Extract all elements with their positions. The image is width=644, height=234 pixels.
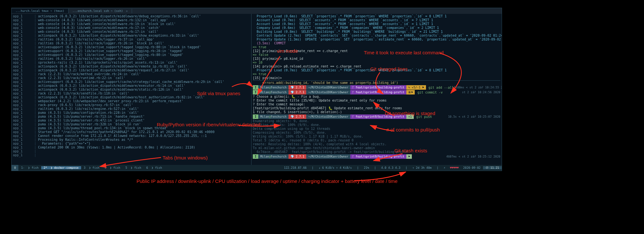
log-line: => false bbox=[253, 53, 500, 57]
log-line: Property Update (1.3ms) UPDATE `properti… bbox=[253, 38, 500, 41]
cpu-usage: 21% bbox=[361, 166, 372, 169]
network-speed: ↓ 6 KiB/s ↑ 4 KiB/s bbox=[316, 166, 355, 169]
load-average: 4.0 4.3 4.3 bbox=[379, 166, 403, 169]
tmux-window[interactable]: 5 ❯ fish bbox=[123, 166, 144, 169]
tmux-window[interactable]: 1- ❯ fish bbox=[18, 166, 41, 169]
session-number[interactable]: 0 bbox=[12, 165, 18, 171]
shell-prompt[interactable]: I Milan@Fenchurch 💎 2.7.1 ~/M/ChintaiDXK… bbox=[253, 85, 500, 90]
log-line: Building Load (0.8ms) SELECT `buildings`… bbox=[253, 30, 500, 34]
shell-prompt[interactable]: I Milan@Fenchurch 💎 2.7.1 ~/M/ChintaiDXK… bbox=[253, 154, 500, 159]
git-branch: ᚶ feat/sprint9/building-profit bbox=[350, 154, 406, 159]
log-line: [13] pry(main)> p8.kind_id bbox=[253, 57, 500, 61]
terminal-tab-1[interactable]: ...enchurch.local ssh ~ (ssh) + bbox=[69, 9, 132, 13]
time: ⏱ 11.21 bbox=[483, 166, 502, 169]
terminal-tab-0[interactable]: ...hurch.local tmux ~ (tmux) bbox=[12, 9, 69, 13]
user-host: Milan@Fenchurch bbox=[258, 114, 288, 119]
cwd-path: ~/M/ChintaiDXKanriOwner bbox=[306, 90, 350, 94]
uptime: ↑ 2d 3h 40m bbox=[410, 166, 434, 169]
log-line: ? Enter the commit message: bbox=[253, 103, 500, 106]
log-line: Delta compression using up to 12 threads bbox=[253, 127, 500, 131]
tmux-window[interactable]: 4 ❯ fish bbox=[102, 166, 123, 169]
tmux-status-bar: 0 1- ❯ fish2* ❯ docker-compose3 ❯ fish4 … bbox=[12, 165, 502, 171]
log-line: app_1 | bbox=[13, 153, 250, 157]
log-line: app_1 | actionpack (6.0.3.2) lib/action_… bbox=[13, 68, 250, 72]
git-branch: ᚶ feat/sprint9/building-profit bbox=[350, 90, 406, 94]
tab-label: ...hurch.local tmux ~ (tmux) bbox=[15, 9, 64, 13]
log-line: Property Load (0.6ms) SELECT `properties… bbox=[253, 14, 500, 18]
title-bar: ...hurch.local tmux ~ (tmux) ...enchurch… bbox=[12, 8, 502, 14]
shell-prompt[interactable]: I Milan@Fenchurch 💎 2.7.1 ~/M/ChintaiDXK… bbox=[253, 114, 500, 119]
log-line: app_1 | puma (4.3.5) lib/puma/server.rb:… bbox=[13, 115, 250, 119]
user-host: Milan@Fenchurch bbox=[258, 154, 288, 159]
log-line: app_1 | web-console (4.0.3) lib/web_cons… bbox=[13, 18, 250, 22]
status-right: 122.218.87.66 | ↓ 6 KiB/s ↑ 4 KiB/s | 21… bbox=[281, 166, 502, 169]
close-icon[interactable]: + bbox=[126, 9, 128, 13]
log-line: app_1 | Completed 200 OK in 30ms (Views:… bbox=[13, 146, 250, 149]
log-line: app_1 | activesupport (6.0.3.2) lib/acti… bbox=[13, 49, 250, 53]
log-line: => 10 bbox=[253, 61, 500, 65]
log-line: app_1 | activesupport (6.0.3.2) lib/acti… bbox=[13, 45, 250, 49]
git-branch: ᚶ feat/sprint9/building-profit bbox=[350, 85, 406, 90]
pane-left[interactable]: app_1 | actionpack (6.0.3.2) lib/action_… bbox=[12, 14, 251, 165]
log-line: app_1 | actionpack (6.0.3.2) lib/action_… bbox=[13, 14, 250, 18]
tmux-window[interactable]: 2* ❯ docker-compose bbox=[41, 166, 81, 169]
log-line: app_1 | actionpack (6.0.3.2) lib/action_… bbox=[13, 88, 250, 92]
prompt-command: git push bbox=[416, 115, 432, 119]
log-line: app_1 | web-console (4.0.3) lib/web_cons… bbox=[13, 22, 250, 26]
shell-prompt[interactable]: I Milan@Fenchurch 💎 2.7.1 ~/M/ChintaiDXK… bbox=[253, 90, 500, 94]
prompt-timing: st 2 zář 10:24:56 2020 bbox=[462, 91, 500, 94]
date: 2020-09-02 bbox=[460, 166, 483, 169]
log-line: app_1 | bbox=[13, 149, 250, 153]
log-line bbox=[253, 80, 500, 81]
log-line: [12] pry(main)> p8.estimate_rent == c.ch… bbox=[253, 49, 500, 53]
vim-mode-indicator: I bbox=[253, 154, 258, 159]
log-line: Total 5 (delta 4), reused 0 (delta 0), p… bbox=[253, 139, 500, 142]
log-line: => true bbox=[253, 45, 500, 49]
cwd-path: ~/M/ChintaiDXKanriOwner bbox=[306, 85, 350, 90]
log-line: app_1 | railties (6.0.3.2) lib/rails/rac… bbox=[13, 38, 250, 41]
log-line: remote: Resolving deltas: 100% (4/4), co… bbox=[253, 142, 500, 146]
log-line: app_1 | Parameters: {"path"=>"•"} bbox=[13, 142, 250, 146]
log-line: app_1 | Started GET "/rails/info/routes?… bbox=[13, 130, 250, 134]
log-line: app_1 | actionpack (6.0.3.2) lib/action_… bbox=[13, 34, 250, 38]
cwd-path: ~/M/ChintaiDXKanriOwner bbox=[306, 154, 350, 159]
annotation-bottom: Public IP address / downlink-uplink / CP… bbox=[137, 178, 398, 184]
log-line: Account Load (0.7ms) SELECT `accounts`.*… bbox=[253, 18, 500, 22]
log-line: Account Load (0.9ms) SELECT `accounts`.*… bbox=[253, 22, 500, 26]
log-line: app_1 | webpacker (4.2.2) lib/webpacker/… bbox=[13, 99, 250, 103]
log-line: app_1 | Processing by Rails::InfoControl… bbox=[13, 138, 250, 142]
log-line: app_1 | rack (2.2.3) lib/rack/method_ove… bbox=[13, 72, 250, 76]
log-line: Counting objects: 100% (9/9), done. bbox=[253, 123, 500, 127]
log-line: Enumerating objects: 9, done. bbox=[253, 119, 500, 123]
log-line: errors.add(:building_id, 'should be the … bbox=[253, 81, 500, 85]
log-line: ? Enter the commit title [35/48]: Update… bbox=[253, 99, 500, 103]
log-line: app_1 | puma (4.3.5) lib/puma/thread_poo… bbox=[13, 126, 250, 130]
vim-mode-indicator: I bbox=[253, 85, 258, 90]
log-line: app_1 | web-console (4.0.3) lib/web_cons… bbox=[13, 30, 250, 34]
prompt-command: git commit -v bbox=[417, 91, 442, 94]
log-line: [feat/sprint9/building-profit d845467] 🐛… bbox=[253, 106, 500, 110]
log-line: Writing objects: 100% (5/5), 1.17 KiB | … bbox=[253, 135, 500, 139]
ruby-version: 💎 2.7.1 bbox=[289, 85, 307, 90]
ruby-version: 💎 2.7.1 bbox=[289, 90, 307, 94]
prompt-timing: 10.5s < st 2 zář 10:25:07 2020 bbox=[448, 115, 500, 118]
log-line: [14] pry(main)> p8.reload.estimate_rent … bbox=[253, 65, 500, 68]
prompt-timing: 4607ms < st 2 zář 10:25:12 2020 bbox=[446, 155, 500, 158]
ruby-version: 💎 2.7.1 bbox=[289, 114, 307, 119]
ruby-version: 💎 2.7.1 bbox=[289, 154, 307, 159]
ip-address: 122.218.87.66 bbox=[281, 166, 309, 169]
log-line: app_1 | actionpack (6.0.3.2) lib/action_… bbox=[13, 95, 250, 99]
log-line: Contract Update (2.7ms) UPDATE `contract… bbox=[253, 34, 500, 38]
tmux-window[interactable]: 6 ❯ fish bbox=[144, 166, 165, 169]
log-line: app_1 | web-console (4.0.3) lib/web_cons… bbox=[13, 26, 250, 30]
log-line: 1 file changed, 5 insertions(+), 1 delet… bbox=[253, 110, 500, 114]
panes: app_1 | actionpack (6.0.3.2) lib/action_… bbox=[12, 14, 502, 165]
vim-mode-indicator: I bbox=[253, 114, 258, 119]
log-line: app_1 | sprockets-rails (3.2.1) lib/spro… bbox=[13, 61, 250, 65]
log-line: app_1 | actionpack (6.0.3.2) lib/action_… bbox=[13, 84, 250, 88]
pane-right[interactable]: Property Load (0.6ms) SELECT `properties… bbox=[251, 14, 502, 165]
log-line: app_1 | Cannot render console from 172.2… bbox=[13, 134, 250, 138]
log-line: app_1 | railties (6.0.3.2) lib/rails/rac… bbox=[13, 57, 250, 61]
battery-hearts: ♥♥♥♥♥ bbox=[450, 166, 459, 169]
tmux-window[interactable]: 3 ❯ fish bbox=[81, 166, 102, 169]
